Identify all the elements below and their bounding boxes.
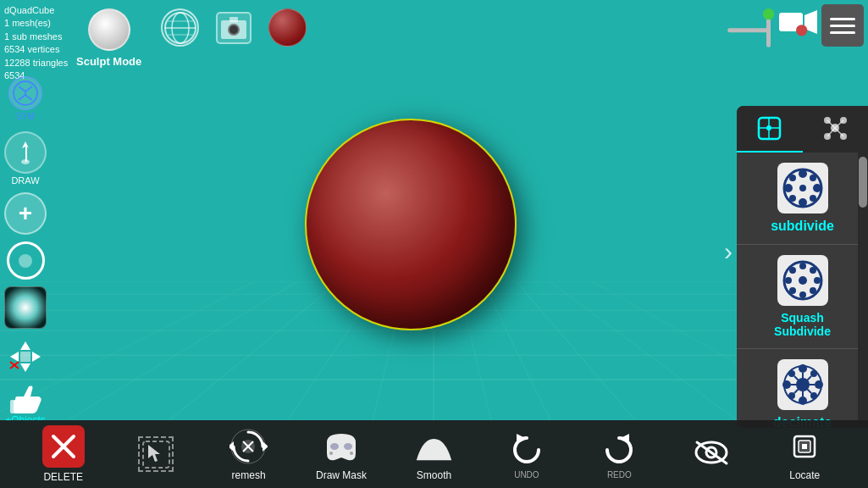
svg-point-31 [796,25,807,36]
draw-label: DRAW [11,175,39,186]
panel-item-decimate[interactable]: decimate [737,349,868,428]
svg-marker-94 [148,445,160,462]
sym-label: SYM [16,112,35,121]
svg-point-100 [344,443,352,450]
svg-rect-110 [802,444,807,449]
panel-item-squash-subdivide[interactable]: SquashSubdivide [737,245,868,349]
circle-tool-button[interactable] [7,241,45,280]
draw-button[interactable]: DRAW [4,131,47,186]
tab-nodes[interactable] [803,106,869,152]
panel-tabs [737,106,868,152]
svg-marker-34 [20,341,30,350]
svg-point-66 [799,263,806,269]
delete-button[interactable]: DELETE [34,425,93,483]
panel-item-subdivide[interactable]: subdivide [737,152,868,245]
panel-scrollbar[interactable] [858,152,868,428]
svg-point-73 [810,287,816,294]
squash-subdivide-icon [777,255,828,306]
camera-snapshot-icon[interactable] [216,12,252,44]
hamburger-menu[interactable] [821,4,864,47]
svg-point-74 [799,276,807,285]
svg-rect-93 [143,441,169,468]
svg-line-54 [835,128,843,136]
sculpt-sphere[interactable] [305,119,517,330]
svg-marker-35 [20,363,30,372]
move-button[interactable] [4,336,47,378]
right-panel: subdivide SquashSubdivide [737,106,868,428]
no-see-icon [693,434,731,472]
top-icons [161,8,307,47]
locate-button[interactable]: Locate [775,428,834,481]
mesh-info: dQuadCube 1 mesh(es) 1 sub meshes 6534 v… [4,4,68,82]
panel-items-list: subdivide SquashSubdivide [737,152,868,428]
left-sidebar: SYM DRAW + [4,76,47,426]
svg-point-33 [21,159,30,164]
add-button[interactable]: + [4,192,47,235]
radio-inner [19,254,32,268]
svg-point-68 [785,277,792,284]
svg-marker-104 [619,434,629,444]
undo-button[interactable]: UNDO [497,429,556,480]
svg-point-78 [799,396,807,405]
mesh-name: dQuadCube [4,4,68,17]
smooth-button[interactable]: Smooth [404,428,463,481]
svg-marker-37 [32,352,41,362]
remesh-button[interactable]: remesh [219,428,279,481]
symmetry-button[interactable]: SYM [8,76,42,121]
svg-point-99 [330,443,339,450]
globe-icon[interactable] [161,8,199,47]
subdivide-label: subdivide [771,219,834,234]
tab-geometry[interactable] [737,106,803,152]
svg-rect-41 [10,400,15,413]
sculpt-mode-circle[interactable] [88,8,130,51]
draw-icon [4,131,47,174]
svg-rect-38 [20,352,30,362]
hamburger-line-3 [830,31,855,34]
svg-point-63 [789,195,796,202]
smooth-bottom-icon [415,428,453,466]
svg-point-56 [799,169,807,178]
decimate-icon [777,359,828,410]
scrollbar-thumb[interactable] [859,157,867,208]
svg-point-84 [810,392,817,399]
cursor-button[interactable] [126,436,185,472]
svg-point-60 [799,185,806,191]
bottom-toolbar: DELETE remesh [0,420,868,488]
svg-point-24 [229,25,238,34]
sub-mesh-count: 1 sub meshes [4,30,68,43]
undo-label: UNDO [514,470,539,480]
draw-mask-icon [323,428,361,466]
vertex-count: 6534 vertices [4,43,68,56]
smooth-label: Smooth [417,469,451,481]
glow-tool-button[interactable] [4,286,47,329]
svg-point-81 [788,370,795,377]
svg-point-83 [788,392,795,399]
globe-svg [163,11,197,45]
panel-expand-chevron[interactable]: › [724,237,733,266]
material-sphere-thumb[interactable] [268,8,307,47]
sculpt-mode-section: Sculpt Mode [76,8,141,68]
cursor-icon [138,436,174,472]
redo-label: REDO [607,470,632,480]
svg-point-64 [810,195,816,202]
redo-button[interactable]: REDO [589,429,649,480]
svg-point-82 [810,370,817,377]
triangle-count: 12288 triangles [4,57,68,69]
svg-point-69 [814,277,821,284]
draw-mask-button[interactable]: Draw Mask [312,428,371,481]
svg-line-14 [68,282,296,420]
delete-icon [42,425,85,468]
mesh-count: 1 mesh(es) [4,17,68,30]
draw-mask-label: Draw Mask [316,469,367,481]
svg-marker-36 [10,352,19,362]
svg-rect-28 [727,28,770,32]
svg-point-57 [799,198,807,207]
hamburger-line-2 [830,25,855,27]
svg-point-79 [782,380,791,389]
visibility-button[interactable] [683,434,742,475]
svg-point-71 [810,267,816,274]
svg-rect-25 [229,17,238,22]
svg-point-70 [789,267,796,274]
svg-line-7 [169,282,339,420]
remesh-icon [229,428,268,466]
